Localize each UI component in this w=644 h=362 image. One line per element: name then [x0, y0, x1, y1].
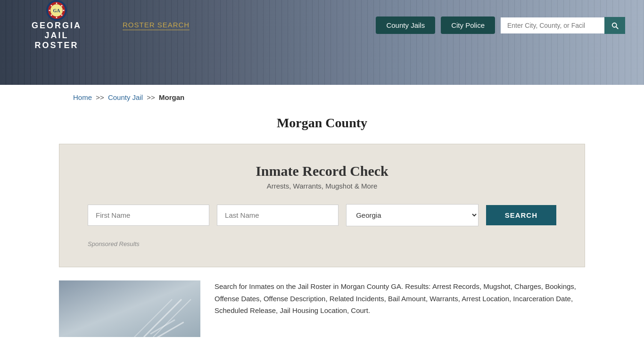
logo-line1: GEORGIA — [32, 21, 82, 31]
svg-point-11 — [51, 5, 52, 7]
sponsored-text: Sponsored Results — [88, 240, 140, 247]
breadcrumb-current: Morgan — [159, 93, 184, 101]
site-logo[interactable]: GA GEORGIA JAIL ROSTER — [19, 0, 94, 50]
city-police-button[interactable]: City Police — [441, 16, 495, 34]
breadcrumb-sep2: >> — [147, 93, 155, 101]
svg-point-4 — [56, 3, 58, 4]
county-description: Search for Inmates on the Jail Roster in… — [215, 280, 585, 317]
sponsored-results-label: Sponsored Results — [88, 239, 556, 248]
page-title: Morgan County — [0, 115, 644, 131]
svg-rect-12 — [59, 280, 200, 337]
breadcrumb-sep1: >> — [96, 93, 104, 101]
county-image — [59, 280, 200, 337]
county-image-svg — [59, 280, 200, 337]
last-name-input[interactable] — [217, 205, 339, 226]
main-nav: ROSTER SEARCH — [94, 21, 376, 30]
breadcrumb: Home >> County Jail >> Morgan — [0, 85, 644, 110]
breadcrumb-county-jail[interactable]: County Jail — [108, 93, 143, 101]
site-header: GA GEORGIA JAIL ROSTER ROSTER SEARCH Cou… — [0, 0, 644, 85]
svg-point-6 — [63, 10, 65, 11]
logo-line2: JAIL — [44, 31, 68, 41]
bottom-section: Search for Inmates on the Jail Roster in… — [0, 267, 644, 350]
first-name-input[interactable] — [88, 205, 209, 226]
roster-search-link[interactable]: ROSTER SEARCH — [123, 21, 190, 30]
header-search-bar — [501, 17, 625, 34]
svg-point-7 — [61, 15, 63, 16]
state-select[interactable]: Georgia Alabama Florida Tennessee — [346, 204, 478, 226]
county-jails-button[interactable]: County Jails — [376, 16, 435, 34]
svg-point-8 — [56, 17, 58, 18]
record-check-title: Inmate Record Check — [88, 163, 556, 179]
header-search-input[interactable] — [501, 17, 604, 33]
georgia-flag-icon: GA — [46, 0, 67, 21]
svg-point-5 — [61, 5, 63, 7]
record-check-form: Georgia Alabama Florida Tennessee SEARCH — [88, 204, 556, 226]
svg-text:GA: GA — [53, 8, 61, 13]
header-search-button[interactable] — [604, 17, 625, 34]
breadcrumb-home[interactable]: Home — [73, 93, 92, 101]
record-check-section: Inmate Record Check Arrests, Warrants, M… — [59, 144, 585, 267]
svg-point-9 — [51, 15, 52, 16]
search-icon — [611, 21, 619, 30]
header-right: County Jails City Police — [376, 16, 625, 34]
logo-line3: ROSTER — [34, 41, 78, 50]
svg-point-10 — [49, 10, 50, 11]
record-search-button[interactable]: SEARCH — [486, 205, 556, 225]
page-title-area: Morgan County — [0, 110, 644, 144]
record-check-subtitle: Arrests, Warrants, Mugshot & More — [88, 182, 556, 190]
